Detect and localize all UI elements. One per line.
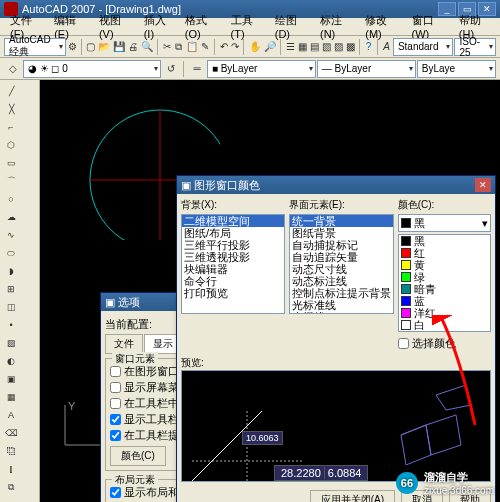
color-item-darkcyan[interactable]: 暗青 <box>399 283 490 295</box>
lweight-combo[interactable]: ByLaye <box>417 60 496 78</box>
options-icon: ▣ <box>105 296 115 309</box>
linetype-icon[interactable]: ═ <box>188 60 206 78</box>
revcloud-icon[interactable]: ☁ <box>3 209 19 225</box>
color-item-black[interactable]: 黑 <box>399 235 490 247</box>
toolpalette-icon[interactable]: ▤ <box>309 38 320 56</box>
arc-icon[interactable]: ⌒ <box>3 173 19 189</box>
apply-close-button[interactable]: 应用并关闭(A) <box>310 490 395 502</box>
text-icon[interactable]: A <box>3 407 19 423</box>
svg-line-7 <box>401 425 426 435</box>
color-dialog-icon: ▣ <box>181 179 191 192</box>
help-icon[interactable]: ? <box>363 38 374 56</box>
mirror-icon[interactable]: ⫿ <box>3 461 19 477</box>
cut-icon[interactable]: ✂ <box>162 38 173 56</box>
context-item[interactable]: 命令行 <box>182 275 284 287</box>
print-icon[interactable]: 🖨 <box>127 38 139 56</box>
context-listbox[interactable]: 二维模型空间 图纸/布局 三维平行投影 三维透视投影 块编辑器 命令行 打印预览 <box>181 214 285 314</box>
calc-icon[interactable]: ▩ <box>345 38 356 56</box>
color-item-red[interactable]: 红 <box>399 247 490 259</box>
color-item-white[interactable]: 白 <box>399 319 490 331</box>
element-item[interactable]: 统一背景 <box>290 215 393 227</box>
watermark-brand: 溜溜自学 <box>424 470 494 485</box>
element-listbox[interactable]: 统一背景 图纸背景 自动捕捉标记 自动追踪矢量 动态尺寸线 动态标注线 控制点标… <box>289 214 394 314</box>
designcenter-icon[interactable]: ▦ <box>297 38 308 56</box>
copy2-icon[interactable]: ⿻ <box>3 443 19 459</box>
match-icon[interactable]: ✎ <box>200 38 211 56</box>
colors-button[interactable]: 颜色(C) <box>110 446 166 466</box>
color-item-magenta[interactable]: 洋红 <box>399 307 490 319</box>
ltype-combo[interactable]: — ByLayer <box>317 60 416 78</box>
circle-icon[interactable]: ○ <box>3 191 19 207</box>
undo-icon[interactable]: ↶ <box>218 38 229 56</box>
redo-icon[interactable]: ↷ <box>230 38 241 56</box>
workspace-combo[interactable]: AutoCAD 经典 <box>4 38 66 56</box>
color-item-yellow[interactable]: 黄 <box>399 259 490 271</box>
element-item[interactable]: 光栅线 <box>290 311 393 314</box>
textstyle-icon[interactable]: A <box>381 38 392 56</box>
paste-icon[interactable]: 📋 <box>185 38 199 56</box>
table-icon[interactable]: ▦ <box>3 389 19 405</box>
color-dialog-close-icon[interactable]: ✕ <box>475 178 491 192</box>
workspace: ╱ ╳ ⌐ ⬡ ▭ ⌒ ○ ☁ ∿ ⬭ ◗ ⊞ ◫ • ▨ ◐ ▣ ▦ A ⌫ … <box>0 80 500 502</box>
draw-toolbar: ╱ ╳ ⌐ ⬡ ▭ ⌒ ○ ☁ ∿ ⬭ ◗ ⊞ ◫ • ▨ ◐ ▣ ▦ A ⌫ … <box>0 80 40 502</box>
layerprev-icon[interactable]: ↺ <box>162 60 180 78</box>
context-item[interactable]: 三维透视投影 <box>182 251 284 263</box>
tab-files[interactable]: 文件 <box>105 334 143 353</box>
copy-icon[interactable]: ⧉ <box>173 38 184 56</box>
element-item[interactable]: 动态标注线 <box>290 275 393 287</box>
layout-elements-legend: 布局元素 <box>112 473 158 487</box>
spline-icon[interactable]: ∿ <box>3 227 19 243</box>
pline-icon[interactable]: ⌐ <box>3 119 19 135</box>
new-icon[interactable]: ▢ <box>85 38 96 56</box>
textstyle-combo[interactable]: Standard <box>393 38 454 56</box>
chk-select-color[interactable]: 选择颜色 <box>398 336 491 351</box>
properties-icon[interactable]: ☰ <box>285 38 296 56</box>
polygon-icon[interactable]: ⬡ <box>3 137 19 153</box>
element-item[interactable]: 控制点标注提示背景 <box>290 287 393 299</box>
offset-icon[interactable]: ⧉ <box>3 479 19 495</box>
layer-combo[interactable]: ◕ ☀ ◻ 0 <box>23 60 162 78</box>
color-item-green[interactable]: 绿 <box>399 271 490 283</box>
pan-icon[interactable]: ✋ <box>248 38 262 56</box>
color-combo[interactable]: ■ ByLayer <box>207 60 316 78</box>
element-item[interactable]: 光标准线 <box>290 299 393 311</box>
sheet-icon[interactable]: ▧ <box>321 38 332 56</box>
gradient-icon[interactable]: ◐ <box>3 353 19 369</box>
open-icon[interactable]: 📂 <box>97 38 111 56</box>
hatch-icon[interactable]: ▨ <box>3 335 19 351</box>
erase-icon[interactable]: ⌫ <box>3 425 19 441</box>
element-item[interactable]: 图纸背景 <box>290 227 393 239</box>
context-item[interactable]: 图纸/布局 <box>182 227 284 239</box>
color-item-blue[interactable]: 蓝 <box>399 295 490 307</box>
element-item[interactable]: 自动捕捉标记 <box>290 239 393 251</box>
context-label: 背景(X): <box>181 198 285 212</box>
save-icon[interactable]: 💾 <box>112 38 126 56</box>
gear-icon[interactable]: ⚙ <box>67 38 78 56</box>
ellipsearc-icon[interactable]: ◗ <box>3 263 19 279</box>
element-label: 界面元素(E): <box>289 198 394 212</box>
color-dialog-title-bar[interactable]: ▣ 图形窗口颜色 ✕ <box>177 176 495 194</box>
markup-icon[interactable]: ▨ <box>333 38 344 56</box>
element-item[interactable]: 动态尺寸线 <box>290 263 393 275</box>
region-icon[interactable]: ▣ <box>3 371 19 387</box>
color-list[interactable]: 黑 红 黄 绿 暗青 蓝 洋红 白 <box>398 234 491 332</box>
xline-icon[interactable]: ╳ <box>3 101 19 117</box>
element-item[interactable]: 自动追踪矢量 <box>290 251 393 263</box>
preview-icon[interactable]: 🔍 <box>140 38 154 56</box>
context-item[interactable]: 三维平行投影 <box>182 239 284 251</box>
context-item[interactable]: 块编辑器 <box>182 263 284 275</box>
rect-icon[interactable]: ▭ <box>3 155 19 171</box>
dimstyle-combo[interactable]: ISO-25 <box>454 38 496 56</box>
block-icon[interactable]: ◫ <box>3 299 19 315</box>
line-icon[interactable]: ╱ <box>3 83 19 99</box>
context-item[interactable]: 二维模型空间 <box>182 215 284 227</box>
preview-3d-icon <box>376 375 486 483</box>
context-item[interactable]: 打印预览 <box>182 287 284 299</box>
color-dropdown[interactable]: 黑▾ <box>398 214 491 232</box>
point-icon[interactable]: • <box>3 317 19 333</box>
insert-icon[interactable]: ⊞ <box>3 281 19 297</box>
layer-icon[interactable]: ◇ <box>4 60 22 78</box>
zoom-icon[interactable]: 🔎 <box>263 38 277 56</box>
ellipse-icon[interactable]: ⬭ <box>3 245 19 261</box>
array-icon[interactable]: ⊞ <box>3 497 19 502</box>
